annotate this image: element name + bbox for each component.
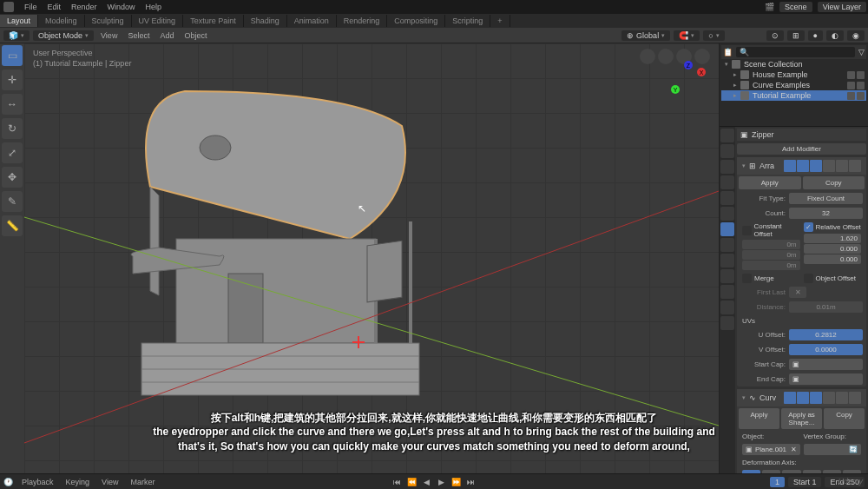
prop-tab-particle[interactable] xyxy=(720,238,734,252)
mod-editmode-icon[interactable] xyxy=(810,160,822,172)
end-cap-field[interactable]: ▣ xyxy=(789,373,863,385)
constant-offset-checkbox[interactable] xyxy=(742,226,752,235)
tab-modeling[interactable]: Modeling xyxy=(38,15,85,27)
timeline-editor-icon[interactable]: 🕐 xyxy=(3,478,13,486)
start-frame-field[interactable]: Start 1 xyxy=(788,477,822,487)
shading-solid[interactable]: ● xyxy=(808,30,823,41)
apply-button[interactable]: Apply xyxy=(739,176,801,189)
mod-render-icon[interactable] xyxy=(797,160,809,172)
relative-offset-checkbox[interactable]: ✓ xyxy=(804,222,813,232)
header-view[interactable]: View xyxy=(97,31,121,40)
axis-negz-button[interactable]: -Z xyxy=(843,470,861,473)
tool-transform[interactable]: ✥ xyxy=(2,167,23,188)
rel-z[interactable]: 0.000 xyxy=(804,254,862,264)
const-y[interactable]: 0m xyxy=(742,250,800,260)
tool-cursor[interactable]: ✛ xyxy=(2,69,23,90)
tab-texturepaint[interactable]: Texture Paint xyxy=(183,15,244,27)
start-cap-field[interactable]: ▣ xyxy=(789,359,863,370)
fit-type-value[interactable]: Fixed Count xyxy=(789,193,863,204)
visibility-toggle-icon[interactable] xyxy=(847,92,855,100)
outliner-item[interactable]: ▸ Curve Examples xyxy=(721,80,866,90)
v-offset-value[interactable]: 0.0000 xyxy=(789,344,863,355)
menu-file[interactable]: File xyxy=(24,3,37,11)
header-object[interactable]: Object xyxy=(181,31,210,40)
outliner-filter-icon[interactable]: ▽ xyxy=(858,48,865,56)
outliner-type-icon[interactable]: 📋 xyxy=(723,48,733,56)
visibility-toggle-icon[interactable] xyxy=(847,71,855,79)
add-modifier-button[interactable]: Add Modifier xyxy=(737,143,866,155)
mod-editmode-icon[interactable] xyxy=(810,392,822,404)
mod-display-icon[interactable] xyxy=(784,160,796,172)
editor-type-dropdown[interactable]: 🧊▾ xyxy=(3,30,30,41)
distance-value[interactable]: 0.01m xyxy=(789,301,863,313)
shading-rendered[interactable]: ◉ xyxy=(847,30,865,41)
tool-move[interactable]: ↔ xyxy=(2,94,23,115)
prop-tab-viewlayer[interactable] xyxy=(720,160,734,174)
mod-move-up-icon[interactable] xyxy=(823,392,835,404)
scene-name-field[interactable]: Scene xyxy=(779,2,812,12)
menu-window[interactable]: Window xyxy=(108,3,135,11)
const-x[interactable]: 0m xyxy=(742,240,800,249)
prop-tab-modifier[interactable] xyxy=(720,222,734,236)
tool-measure[interactable]: 📏 xyxy=(2,215,23,236)
mod-render-icon[interactable] xyxy=(797,392,809,404)
axis-y-icon[interactable]: Y xyxy=(671,85,680,94)
current-frame-field[interactable]: 1 xyxy=(770,477,785,487)
tab-add[interactable]: + xyxy=(490,15,510,27)
const-z[interactable]: 0m xyxy=(742,261,800,270)
snap-dropdown[interactable]: 🧲▾ xyxy=(674,30,700,41)
timeline-keying[interactable]: Keying xyxy=(62,478,94,486)
keyframe-prev-icon[interactable]: ⏪ xyxy=(406,476,418,488)
prop-tab-constraint[interactable] xyxy=(720,269,734,283)
header-select[interactable]: Select xyxy=(124,31,153,40)
axis-x-icon[interactable]: X xyxy=(697,68,706,76)
keyframe-next-icon[interactable]: ⏩ xyxy=(450,476,463,488)
count-value[interactable]: 32 xyxy=(789,208,863,219)
modifier-header[interactable]: ▾∿ Curv xyxy=(737,389,866,406)
mod-move-down-icon[interactable] xyxy=(836,160,848,172)
play-reverse-icon[interactable]: ◀ xyxy=(421,476,433,488)
modifier-header[interactable]: ▾⊞ Arra xyxy=(737,157,866,175)
visibility-toggle-icon[interactable] xyxy=(847,82,855,89)
view-layer-field[interactable]: View Layer xyxy=(818,2,866,12)
app-logo-icon[interactable] xyxy=(3,2,14,12)
mod-delete-icon[interactable] xyxy=(849,160,861,172)
tool-rotate[interactable]: ↻ xyxy=(2,118,23,139)
tab-animation[interactable]: Animation xyxy=(287,15,337,27)
prop-tab-material[interactable] xyxy=(720,301,734,314)
u-offset-value[interactable]: 0.2812 xyxy=(789,329,863,340)
jump-start-icon[interactable]: ⏮ xyxy=(391,476,404,488)
object-offset-checkbox[interactable] xyxy=(804,274,813,283)
axis-negx-button[interactable]: -X xyxy=(803,470,821,473)
tab-shading[interactable]: Shading xyxy=(244,15,287,27)
timeline-playback[interactable]: Playback xyxy=(18,478,57,486)
prop-tab-data[interactable] xyxy=(720,285,734,299)
mod-display-icon[interactable] xyxy=(784,392,796,404)
outliner-item[interactable]: ▸ Tutorial Example xyxy=(721,90,866,101)
tab-sculpting[interactable]: Sculpting xyxy=(85,15,132,27)
tab-layout[interactable]: Layout xyxy=(0,15,38,27)
menu-help[interactable]: Help xyxy=(146,3,162,11)
timeline-view[interactable]: View xyxy=(98,478,122,486)
proportional-dropdown[interactable]: ○▾ xyxy=(703,30,724,41)
jump-end-icon[interactable]: ⏭ xyxy=(465,476,477,488)
axis-negy-button[interactable]: -Y xyxy=(823,470,841,473)
tab-rendering[interactable]: Rendering xyxy=(337,15,388,27)
prop-tab-output[interactable] xyxy=(720,144,734,158)
rel-y[interactable]: 0.000 xyxy=(804,244,862,254)
prop-tab-physics[interactable] xyxy=(720,254,734,268)
tool-scale[interactable]: ⤢ xyxy=(2,142,23,163)
tool-select-box[interactable]: ▭ xyxy=(2,45,23,66)
rel-x[interactable]: 1.620 xyxy=(804,234,862,243)
axis-z-button[interactable]: Z xyxy=(782,470,800,473)
orientation-dropdown[interactable]: ⊕ Global▾ xyxy=(621,30,670,41)
outliner-search[interactable]: 🔍 xyxy=(736,47,855,57)
render-toggle-icon[interactable] xyxy=(857,82,865,89)
prop-tab-scene[interactable] xyxy=(720,175,734,189)
mod-delete-icon[interactable] xyxy=(849,392,861,404)
axis-x-button[interactable]: X xyxy=(742,470,760,473)
overlay-toggle[interactable]: ⊙ xyxy=(766,30,784,41)
prop-tab-render[interactable] xyxy=(720,129,734,142)
axis-gizmo[interactable]: X Y Z xyxy=(667,61,710,104)
mod-move-down-icon[interactable] xyxy=(836,392,848,404)
